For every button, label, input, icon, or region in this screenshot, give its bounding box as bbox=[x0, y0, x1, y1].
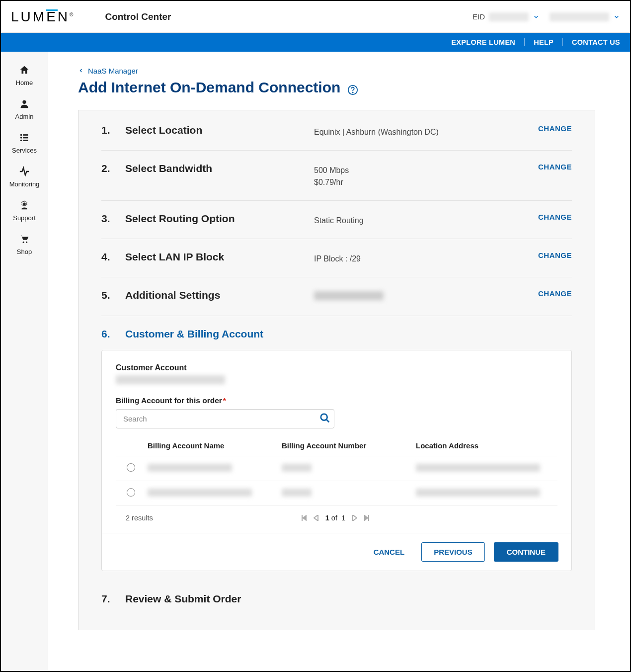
step-row-review: 7. Review & Submit Order bbox=[101, 571, 572, 605]
sidebar-item-label: Monitoring bbox=[9, 180, 40, 188]
step-label: Select LAN IP Block bbox=[125, 251, 314, 263]
continue-button[interactable]: CONTINUE bbox=[494, 542, 558, 562]
svg-marker-14 bbox=[303, 515, 307, 521]
table-row[interactable] bbox=[116, 456, 557, 481]
header-right: EID bbox=[473, 12, 620, 21]
step-row-bandwidth: 2. Select Bandwidth 500 Mbps $0.79/hr CH… bbox=[101, 151, 572, 201]
last-page-icon[interactable] bbox=[364, 515, 369, 521]
step-label: Select Location bbox=[125, 124, 314, 136]
sidebar-item-services[interactable]: Services bbox=[1, 126, 48, 160]
svg-marker-17 bbox=[353, 515, 357, 521]
sidebar-item-label: Services bbox=[12, 147, 37, 154]
chevron-down-icon bbox=[613, 13, 620, 20]
step-row-location: 1. Select Location Equinix | Ashburn (Wa… bbox=[101, 124, 572, 151]
panel-actions: CANCEL PREVIOUS CONTINUE bbox=[102, 533, 571, 571]
sidebar-item-home[interactable]: Home bbox=[1, 59, 48, 92]
step-row-billing: 6. Customer & Billing Account bbox=[101, 316, 572, 347]
svg-rect-6 bbox=[23, 140, 28, 141]
wizard-card: 1. Select Location Equinix | Ashburn (Wa… bbox=[78, 110, 595, 630]
search-wrapper bbox=[116, 409, 334, 428]
radio-button[interactable] bbox=[127, 463, 135, 472]
svg-rect-19 bbox=[369, 515, 370, 521]
sidebar-item-label: Shop bbox=[17, 248, 32, 255]
main-content: NaaS Manager Add Internet On-Demand Conn… bbox=[48, 52, 630, 671]
previous-button[interactable]: PREVIOUS bbox=[421, 542, 485, 562]
sidebar-item-monitoring[interactable]: Monitoring bbox=[1, 160, 48, 194]
svg-rect-15 bbox=[302, 515, 303, 521]
step-num: 6. bbox=[101, 328, 125, 340]
eid-value-redacted bbox=[489, 12, 529, 21]
change-button[interactable]: CHANGE bbox=[538, 289, 572, 298]
radio-button[interactable] bbox=[127, 488, 135, 497]
next-page-icon[interactable] bbox=[352, 515, 357, 521]
table-row[interactable] bbox=[116, 481, 557, 506]
cancel-button[interactable]: CANCEL bbox=[366, 543, 413, 561]
breadcrumb-label: NaaS Manager bbox=[88, 67, 138, 75]
step-label: Review & Submit Order bbox=[125, 593, 314, 605]
pagination: 2 results 1 of 1 bbox=[116, 506, 557, 524]
redacted-cell bbox=[282, 464, 312, 472]
redacted-cell bbox=[148, 464, 232, 472]
change-button[interactable]: CHANGE bbox=[538, 124, 572, 133]
list-icon bbox=[19, 132, 30, 145]
pager: 1 of 1 bbox=[302, 514, 369, 522]
step-value bbox=[314, 289, 538, 304]
sidebar: Home Admin Services Monitoring Support S… bbox=[1, 52, 48, 671]
step-value: 500 Mbps $0.79/hr bbox=[314, 163, 538, 188]
step-num: 1. bbox=[101, 124, 125, 136]
svg-rect-2 bbox=[23, 134, 28, 136]
sidebar-item-admin[interactable]: Admin bbox=[1, 92, 48, 126]
redacted-value bbox=[314, 291, 384, 300]
svg-point-9 bbox=[26, 242, 27, 243]
blue-nav-bar: EXPLORE LUMEN HELP CONTACT US bbox=[1, 33, 630, 52]
customer-account-redacted bbox=[116, 375, 225, 384]
step-value: IP Block : /29 bbox=[314, 251, 538, 265]
svg-point-8 bbox=[23, 242, 24, 243]
change-button[interactable]: CHANGE bbox=[538, 213, 572, 221]
nav-help[interactable]: HELP bbox=[525, 38, 563, 46]
sidebar-item-shop[interactable]: Shop bbox=[1, 228, 48, 261]
user-value-redacted bbox=[550, 12, 609, 21]
nav-explore[interactable]: EXPLORE LUMEN bbox=[442, 38, 525, 46]
step-label: Customer & Billing Account bbox=[125, 328, 314, 340]
eid-label: EID bbox=[473, 12, 485, 21]
svg-point-0 bbox=[22, 100, 26, 104]
home-icon bbox=[19, 65, 30, 77]
sidebar-item-label: Support bbox=[13, 214, 36, 222]
cart-icon bbox=[19, 234, 30, 246]
first-page-icon[interactable] bbox=[302, 515, 307, 521]
search-icon[interactable] bbox=[319, 413, 330, 425]
svg-marker-18 bbox=[364, 515, 368, 521]
sidebar-item-label: Home bbox=[16, 79, 33, 86]
svg-point-3 bbox=[20, 137, 22, 139]
change-button[interactable]: CHANGE bbox=[538, 163, 572, 171]
results-count: 2 results bbox=[126, 514, 153, 522]
step-num: 7. bbox=[101, 593, 125, 605]
step-value: Equinix | Ashburn (Washington DC) bbox=[314, 124, 538, 138]
change-button[interactable]: CHANGE bbox=[538, 251, 572, 259]
redacted-cell bbox=[416, 489, 540, 497]
billing-table: Billing Account Name Billing Account Num… bbox=[116, 437, 557, 524]
user-dropdown[interactable] bbox=[550, 12, 620, 21]
eid-dropdown[interactable]: EID bbox=[473, 12, 540, 21]
step-label: Select Bandwidth bbox=[125, 163, 314, 174]
gear-people-icon bbox=[19, 200, 30, 212]
step-num: 5. bbox=[101, 289, 125, 301]
col-header-address: Location Address bbox=[416, 441, 557, 450]
chevron-left-icon bbox=[78, 67, 84, 75]
search-input[interactable] bbox=[116, 409, 334, 428]
app-name: Control Center bbox=[105, 11, 171, 22]
svg-point-11 bbox=[353, 92, 353, 92]
page-indicator: 1 of 1 bbox=[325, 514, 345, 522]
sidebar-item-support[interactable]: Support bbox=[1, 194, 48, 228]
help-icon[interactable] bbox=[347, 82, 358, 93]
user-icon bbox=[19, 98, 30, 111]
nav-contact[interactable]: CONTACT US bbox=[563, 38, 620, 46]
prev-page-icon[interactable] bbox=[314, 515, 318, 521]
billing-account-label: Billing Account for this order* bbox=[116, 396, 557, 405]
svg-point-7 bbox=[23, 203, 26, 206]
step-label: Additional Settings bbox=[125, 289, 314, 301]
page-title-text: Add Internet On-Demand Connection bbox=[78, 79, 340, 96]
svg-point-5 bbox=[20, 140, 22, 142]
breadcrumb-back[interactable]: NaaS Manager bbox=[78, 67, 595, 75]
